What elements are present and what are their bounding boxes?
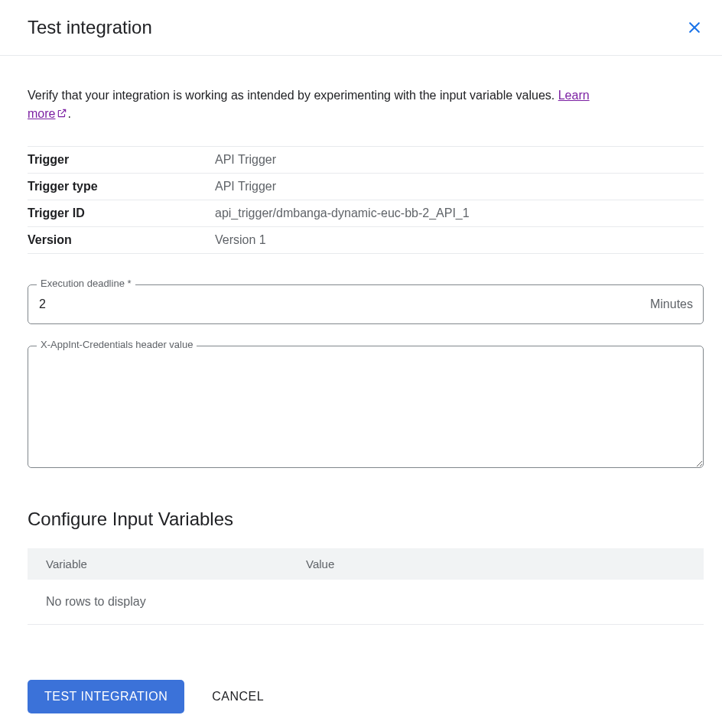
column-variable: Variable [28,548,288,580]
dialog-header: Test integration [0,0,722,56]
test-integration-button[interactable]: Test Integration [28,680,184,713]
close-icon [687,19,702,36]
table-header-row: Variable Value [28,548,704,580]
table-empty-row: No rows to display [28,580,704,625]
dialog-actions: Test Integration Cancel [28,680,704,713]
external-link-icon [57,108,67,119]
trigger-type-value: API Trigger [215,174,704,200]
row-trigger-id: Trigger ID api_trigger/dmbanga-dynamic-e… [28,200,704,227]
intro-before: Verify that your integration is working … [28,89,558,102]
credentials-input[interactable] [28,346,704,468]
execution-deadline-suffix: Minutes [650,297,693,311]
credentials-label: X-AppInt-Credentials header value [37,339,197,350]
intro-text: Verify that your integration is working … [28,86,609,123]
credentials-field: X-AppInt-Credentials header value [28,346,704,470]
execution-deadline-input[interactable] [28,284,704,324]
trigger-label: Trigger [28,147,215,174]
no-rows-text: No rows to display [28,580,704,625]
trigger-id-value: api_trigger/dmbanga-dynamic-euc-bb-2_API… [215,200,704,227]
trigger-info-table: Trigger API Trigger Trigger type API Tri… [28,146,704,254]
dialog-title: Test integration [28,17,152,38]
dialog-body: Verify that your integration is working … [0,56,722,728]
trigger-type-label: Trigger type [28,174,215,200]
execution-deadline-field: Execution deadline * Minutes [28,284,704,324]
trigger-id-label: Trigger ID [28,200,215,227]
configure-variables-title: Configure Input Variables [28,509,704,530]
row-version: Version Version 1 [28,227,704,254]
version-value: Version 1 [215,227,704,254]
cancel-button[interactable]: Cancel [212,690,264,704]
column-value: Value [288,548,704,580]
row-trigger-type: Trigger type API Trigger [28,174,704,200]
intro-after: . [67,107,70,120]
execution-deadline-label: Execution deadline * [37,278,135,289]
close-button[interactable] [682,15,707,40]
row-trigger: Trigger API Trigger [28,147,704,174]
trigger-value: API Trigger [215,147,704,174]
input-variables-table: Variable Value No rows to display [28,548,704,625]
test-integration-dialog: Test integration Verify that your integr… [0,0,722,728]
version-label: Version [28,227,215,254]
